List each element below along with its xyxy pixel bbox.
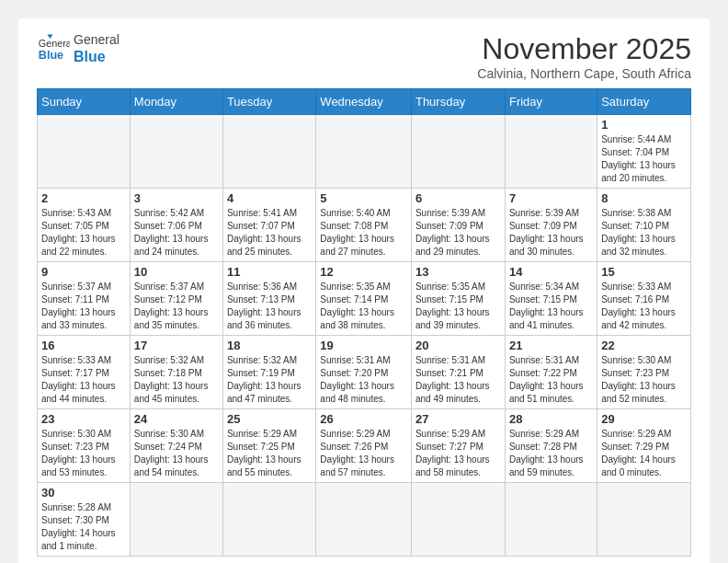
day-info: Sunrise: 5:32 AMSunset: 7:18 PMDaylight:…	[134, 354, 219, 406]
calendar-cell: 26Sunrise: 5:29 AMSunset: 7:26 PMDayligh…	[316, 409, 412, 483]
calendar-cell: 16Sunrise: 5:33 AMSunset: 7:17 PMDayligh…	[38, 336, 131, 409]
day-info: Sunrise: 5:32 AMSunset: 7:19 PMDaylight:…	[227, 354, 312, 406]
col-header-wednesday: Wednesday	[316, 89, 412, 115]
day-info: Sunrise: 5:37 AMSunset: 7:11 PMDaylight:…	[41, 281, 126, 332]
calendar-cell: 3Sunrise: 5:42 AMSunset: 7:06 PMDaylight…	[130, 189, 222, 262]
calendar-cell: 27Sunrise: 5:29 AMSunset: 7:27 PMDayligh…	[411, 409, 505, 483]
day-info: Sunrise: 5:31 AMSunset: 7:20 PMDaylight:…	[320, 354, 407, 406]
calendar-week-row: 1Sunrise: 5:44 AMSunset: 7:04 PMDaylight…	[38, 115, 691, 189]
col-header-sunday: Sunday	[38, 89, 131, 115]
day-number: 2	[41, 191, 126, 205]
col-header-thursday: Thursday	[411, 89, 505, 115]
calendar-header-row: SundayMondayTuesdayWednesdayThursdayFrid…	[38, 89, 691, 115]
calendar-cell: 13Sunrise: 5:35 AMSunset: 7:15 PMDayligh…	[411, 262, 505, 336]
day-info: Sunrise: 5:30 AMSunset: 7:24 PMDaylight:…	[134, 428, 219, 479]
calendar-cell	[316, 483, 412, 557]
day-number: 7	[509, 191, 593, 205]
day-info: Sunrise: 5:35 AMSunset: 7:15 PMDaylight:…	[415, 281, 501, 332]
day-info: Sunrise: 5:37 AMSunset: 7:12 PMDaylight:…	[134, 281, 219, 332]
day-number: 10	[134, 265, 219, 279]
day-info: Sunrise: 5:31 AMSunset: 7:22 PMDaylight:…	[509, 354, 593, 406]
calendar-cell	[38, 115, 131, 189]
page: General Blue General Blue November 2025 …	[18, 18, 710, 563]
day-number: 19	[320, 339, 407, 352]
calendar-week-row: 9Sunrise: 5:37 AMSunset: 7:11 PMDaylight…	[38, 262, 691, 336]
day-number: 17	[134, 339, 219, 352]
calendar-cell: 19Sunrise: 5:31 AMSunset: 7:20 PMDayligh…	[316, 336, 412, 409]
day-number: 28	[509, 412, 593, 426]
calendar-cell: 28Sunrise: 5:29 AMSunset: 7:28 PMDayligh…	[505, 409, 597, 483]
calendar-cell	[505, 483, 597, 557]
day-info: Sunrise: 5:39 AMSunset: 7:09 PMDaylight:…	[415, 207, 501, 259]
calendar-cell: 8Sunrise: 5:38 AMSunset: 7:10 PMDaylight…	[597, 189, 691, 262]
day-number: 16	[41, 339, 126, 352]
calendar-cell: 11Sunrise: 5:36 AMSunset: 7:13 PMDayligh…	[222, 262, 315, 336]
day-number: 5	[320, 191, 407, 205]
col-header-friday: Friday	[505, 89, 597, 115]
day-info: Sunrise: 5:33 AMSunset: 7:17 PMDaylight:…	[41, 354, 126, 406]
calendar-week-row: 16Sunrise: 5:33 AMSunset: 7:17 PMDayligh…	[38, 336, 691, 409]
calendar-cell: 2Sunrise: 5:43 AMSunset: 7:05 PMDaylight…	[38, 189, 131, 262]
day-info: Sunrise: 5:40 AMSunset: 7:08 PMDaylight:…	[320, 207, 407, 259]
day-info: Sunrise: 5:30 AMSunset: 7:23 PMDaylight:…	[41, 428, 126, 479]
calendar-cell: 7Sunrise: 5:39 AMSunset: 7:09 PMDaylight…	[505, 189, 597, 262]
col-header-saturday: Saturday	[597, 89, 691, 115]
calendar-week-row: 2Sunrise: 5:43 AMSunset: 7:05 PMDaylight…	[38, 189, 691, 262]
day-info: Sunrise: 5:34 AMSunset: 7:15 PMDaylight:…	[509, 281, 593, 332]
month-year-title: November 2025	[477, 32, 691, 66]
day-number: 20	[415, 339, 501, 352]
calendar-week-row: 30Sunrise: 5:28 AMSunset: 7:30 PMDayligh…	[38, 483, 691, 557]
day-number: 4	[227, 191, 312, 205]
day-info: Sunrise: 5:29 AMSunset: 7:27 PMDaylight:…	[415, 428, 501, 479]
logo-general: General	[74, 32, 119, 48]
day-info: Sunrise: 5:38 AMSunset: 7:10 PMDaylight:…	[601, 207, 687, 259]
day-number: 14	[509, 265, 593, 279]
calendar-cell	[130, 483, 222, 557]
header: General Blue General Blue November 2025 …	[37, 32, 691, 81]
calendar-cell: 14Sunrise: 5:34 AMSunset: 7:15 PMDayligh…	[505, 262, 597, 336]
day-number: 13	[415, 265, 501, 279]
col-header-tuesday: Tuesday	[222, 89, 315, 115]
calendar-cell: 17Sunrise: 5:32 AMSunset: 7:18 PMDayligh…	[130, 336, 222, 409]
calendar-cell: 12Sunrise: 5:35 AMSunset: 7:14 PMDayligh…	[316, 262, 412, 336]
day-number: 29	[601, 412, 687, 426]
day-info: Sunrise: 5:36 AMSunset: 7:13 PMDaylight:…	[227, 281, 312, 332]
day-number: 11	[227, 265, 312, 279]
day-info: Sunrise: 5:42 AMSunset: 7:06 PMDaylight:…	[134, 207, 219, 259]
location-subtitle: Calvinia, Northern Cape, South Africa	[477, 66, 691, 81]
day-info: Sunrise: 5:30 AMSunset: 7:23 PMDaylight:…	[601, 354, 687, 406]
calendar-table: SundayMondayTuesdayWednesdayThursdayFrid…	[37, 88, 691, 557]
calendar-cell: 29Sunrise: 5:29 AMSunset: 7:29 PMDayligh…	[597, 409, 691, 483]
calendar-cell	[222, 115, 315, 189]
day-info: Sunrise: 5:44 AMSunset: 7:04 PMDaylight:…	[601, 133, 687, 185]
day-number: 22	[601, 339, 687, 352]
day-info: Sunrise: 5:28 AMSunset: 7:30 PMDaylight:…	[41, 501, 126, 553]
day-info: Sunrise: 5:43 AMSunset: 7:05 PMDaylight:…	[41, 207, 126, 259]
calendar-week-row: 23Sunrise: 5:30 AMSunset: 7:23 PMDayligh…	[38, 409, 691, 483]
day-info: Sunrise: 5:41 AMSunset: 7:07 PMDaylight:…	[227, 207, 312, 259]
day-number: 8	[601, 191, 687, 205]
col-header-monday: Monday	[130, 89, 222, 115]
calendar-cell	[411, 483, 505, 557]
calendar-cell	[222, 483, 315, 557]
calendar-cell: 20Sunrise: 5:31 AMSunset: 7:21 PMDayligh…	[411, 336, 505, 409]
day-number: 15	[601, 265, 687, 279]
calendar-cell: 30Sunrise: 5:28 AMSunset: 7:30 PMDayligh…	[38, 483, 131, 557]
day-info: Sunrise: 5:33 AMSunset: 7:16 PMDaylight:…	[601, 281, 687, 332]
day-info: Sunrise: 5:29 AMSunset: 7:29 PMDaylight:…	[601, 428, 687, 479]
logo-icon: General Blue	[37, 32, 70, 65]
calendar-cell: 21Sunrise: 5:31 AMSunset: 7:22 PMDayligh…	[505, 336, 597, 409]
calendar-cell	[505, 115, 597, 189]
svg-text:Blue: Blue	[39, 49, 63, 62]
title-area: November 2025 Calvinia, Northern Cape, S…	[477, 32, 691, 81]
day-number: 18	[227, 339, 312, 352]
day-info: Sunrise: 5:29 AMSunset: 7:26 PMDaylight:…	[320, 428, 407, 479]
day-number: 25	[227, 412, 312, 426]
calendar-cell: 18Sunrise: 5:32 AMSunset: 7:19 PMDayligh…	[222, 336, 315, 409]
day-number: 21	[509, 339, 593, 352]
logo-blue: Blue	[74, 48, 119, 65]
calendar-cell: 4Sunrise: 5:41 AMSunset: 7:07 PMDaylight…	[222, 189, 315, 262]
day-number: 27	[415, 412, 501, 426]
calendar-cell: 10Sunrise: 5:37 AMSunset: 7:12 PMDayligh…	[130, 262, 222, 336]
day-number: 3	[134, 191, 219, 205]
